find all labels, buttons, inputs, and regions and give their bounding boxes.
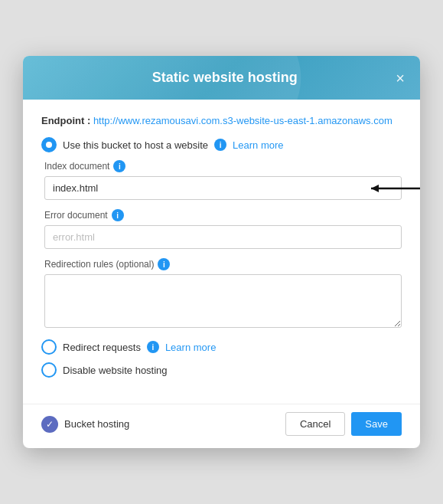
close-button[interactable]: × — [396, 70, 405, 86]
cancel-button[interactable]: Cancel — [285, 412, 345, 436]
info-icon-error[interactable]: i — [112, 209, 124, 221]
radio-redirect[interactable] — [41, 339, 57, 355]
redirect-rules-label: Redirection rules (optional) i — [44, 258, 402, 270]
redirect-rules-textarea[interactable] — [44, 274, 402, 328]
modal-title: Static website hosting — [54, 70, 396, 86]
index-label-text: Index document — [44, 161, 109, 172]
footer-buttons: Cancel Save — [285, 412, 402, 436]
modal-footer: ✓ Bucket hosting Cancel Save — [23, 404, 420, 448]
endpoint-label: Endpoint : — [41, 115, 90, 126]
info-icon-use-bucket[interactable]: i — [214, 139, 226, 151]
error-label-text: Error document — [44, 210, 108, 221]
form-section: Index document i Error document i — [44, 160, 402, 330]
modal-header: Static website hosting × — [23, 56, 420, 100]
modal-body: Endpoint : http://www.rezamousavi.com.s3… — [23, 100, 420, 398]
save-button[interactable]: Save — [351, 412, 402, 436]
disable-hosting-option[interactable]: Disable website hosting — [41, 362, 402, 378]
disable-label: Disable website hosting — [63, 365, 168, 376]
error-document-group: Error document i — [44, 209, 402, 249]
redirect-rules-group: Redirection rules (optional) i — [44, 258, 402, 330]
footer-status: ✓ Bucket hosting — [41, 416, 129, 433]
index-document-input[interactable] — [44, 176, 402, 200]
modal-container: Static website hosting × Endpoint : http… — [23, 56, 420, 448]
footer-status-label: Bucket hosting — [64, 418, 129, 430]
radio-use-bucket[interactable] — [41, 137, 57, 152]
endpoint-section: Endpoint : http://www.rezamousavi.com.s3… — [41, 115, 402, 126]
redirect-requests-option[interactable]: Redirect requests i Learn more — [41, 339, 402, 355]
redirect-label-text: Redirection rules (optional) — [44, 259, 154, 270]
check-icon: ✓ — [41, 416, 58, 433]
info-icon-index[interactable]: i — [113, 160, 125, 172]
info-icon-redirect-rules[interactable]: i — [158, 258, 170, 270]
learn-more-link-2[interactable]: Learn more — [165, 342, 216, 353]
learn-more-link-1[interactable]: Learn more — [233, 139, 283, 151]
use-bucket-option[interactable]: Use this bucket to host a website i Lear… — [41, 137, 402, 152]
radio-disable[interactable] — [41, 362, 57, 378]
error-document-label: Error document i — [44, 209, 402, 221]
endpoint-url[interactable]: http://www.rezamousavi.com.s3-website-us… — [93, 115, 393, 126]
use-bucket-label: Use this bucket to host a website — [63, 139, 208, 151]
redirect-label: Redirect requests — [63, 342, 141, 353]
index-document-group: Index document i — [44, 160, 402, 200]
index-input-wrapper — [44, 176, 402, 200]
error-document-input[interactable] — [44, 225, 402, 249]
info-icon-redirect[interactable]: i — [147, 341, 159, 353]
index-document-label: Index document i — [44, 160, 402, 172]
